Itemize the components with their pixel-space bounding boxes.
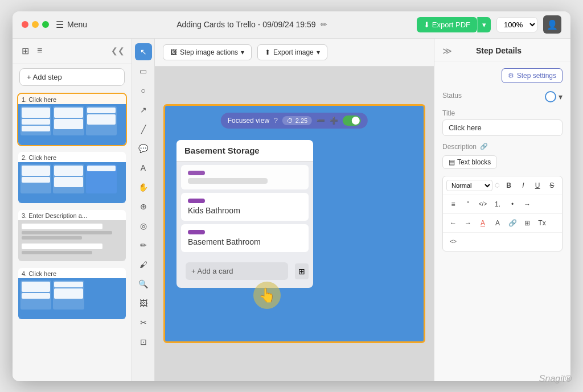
crop-tool-button[interactable]: ⊕	[135, 198, 152, 215]
add-card-template-button[interactable]: ⊞	[295, 263, 309, 279]
step-2-label: 2. Click here	[18, 152, 126, 162]
add-step-button[interactable]: + Add step	[19, 68, 125, 86]
right-panel-collapse-button[interactable]: ≫	[442, 46, 452, 56]
basement-bathroom-label-area	[188, 230, 302, 234]
step-item-1[interactable]: 1. Click here	[17, 93, 127, 146]
step-image-actions-label: Step image actions	[180, 48, 238, 56]
text-blocks-label: Text blocks	[457, 158, 491, 166]
step-settings-button[interactable]: ⚙ Step settings	[502, 68, 563, 83]
collapse-panel-button[interactable]: ❮❮	[111, 46, 125, 55]
scan-tool-button[interactable]: ⊡	[135, 333, 152, 350]
list-view-button[interactable]: ≡	[35, 44, 44, 57]
trello-card-kids-bathroom[interactable]: Kids Bathroom	[181, 193, 309, 221]
export-pdf-button[interactable]: ⬇ Export PDF	[417, 17, 477, 32]
arrow-tool-button[interactable]: ↗	[135, 101, 152, 118]
line-tool-button[interactable]: ╱	[135, 121, 152, 138]
title-input[interactable]	[442, 119, 563, 136]
rectangle-tool-button[interactable]: ▭	[135, 63, 152, 80]
title-bar-center: Adding Cards to Trello - 09/09/24 19:59 …	[94, 20, 410, 29]
export-image-button[interactable]: ⬆ Export image ▾	[257, 44, 327, 60]
menu-button[interactable]: ☰ Menu	[56, 19, 87, 30]
minus-icon[interactable]: ➖	[317, 117, 325, 125]
blockquote-button[interactable]: "	[461, 197, 475, 211]
snagit-watermark: Snagit®	[539, 374, 572, 384]
add-card-button[interactable]: + Add a card	[186, 262, 288, 280]
outdent-button[interactable]: ←	[446, 216, 460, 230]
align-left-button[interactable]: ≡	[446, 197, 460, 211]
indent-more-button[interactable]: →	[520, 197, 534, 211]
main-layout: ⊞ ≡ ❮❮ + Add step 1. Click here	[13, 39, 570, 381]
editor-toolbar-row-4: <>	[443, 233, 562, 251]
strikethrough-button[interactable]: S	[545, 179, 559, 192]
card-1-label-area	[188, 171, 302, 175]
bold-button[interactable]: B	[502, 179, 515, 192]
add-step-label: + Add step	[27, 73, 62, 81]
status-dropdown-button[interactable]: ▾	[559, 92, 563, 101]
minimize-button[interactable]	[32, 21, 39, 28]
export-image-icon: ⬆	[265, 48, 270, 56]
kids-bathroom-label-area	[188, 199, 302, 203]
format-select[interactable]: Normal Heading 1 Heading 2	[446, 180, 492, 191]
hand-tool-button[interactable]: ✋	[135, 179, 152, 196]
step-item-3[interactable]: 3. Enter Description a...	[17, 209, 127, 262]
cut-tool-button[interactable]: ✂	[135, 314, 152, 331]
basement-bathroom-title: Basement Bathroom	[188, 237, 302, 246]
trello-card-blurred-1[interactable]	[181, 165, 309, 189]
code-button[interactable]: </>	[476, 197, 490, 211]
step-item-4[interactable]: 4. Click here	[17, 267, 127, 320]
text-tool-button[interactable]: A	[135, 159, 152, 176]
circle-tool-button[interactable]: ○	[135, 82, 152, 99]
ordered-list-button[interactable]: 1.	[491, 197, 504, 211]
step-4-label: 4. Click here	[18, 268, 126, 278]
maximize-button[interactable]	[42, 21, 49, 28]
select-tool-button[interactable]: ↖	[135, 43, 152, 60]
export-pdf-group: ⬇ Export PDF ▾	[417, 17, 491, 32]
focused-view-badge: Focused view ? ⏱ 2.25 ➖ ➕	[221, 113, 368, 129]
pen-tool-button[interactable]: ✏	[135, 237, 152, 254]
step-item-2[interactable]: 2. Click here	[17, 151, 127, 204]
kids-bathroom-title: Kids Bathroom	[188, 206, 302, 215]
trello-card-basement-bathroom[interactable]: Basement Bathroom	[181, 224, 309, 252]
kids-bathroom-purple-label	[188, 199, 205, 203]
indent-button[interactable]: →	[461, 216, 475, 230]
focused-view-toggle[interactable]	[343, 115, 361, 126]
step-image-actions-button[interactable]: 🖼 Step image actions ▾	[163, 44, 252, 60]
export-pdf-dropdown-button[interactable]: ▾	[477, 17, 491, 32]
step-4-thumbnail	[18, 278, 126, 319]
editor-toolbar-row-1: Normal Heading 1 Heading 2 ⬡ B I U S	[443, 176, 562, 195]
plus-icon[interactable]: ➕	[330, 117, 338, 125]
timer-value: 2.25	[295, 117, 307, 124]
export-icon: ⬇	[424, 20, 430, 29]
close-button[interactable]	[22, 21, 28, 28]
table-button[interactable]: ⊞	[520, 216, 534, 230]
grid-view-button[interactable]: ⊞	[19, 44, 31, 57]
step-3-thumbnail	[18, 220, 126, 261]
right-panel: ≫ Step Details ⚙ Step settings Status ▾	[434, 39, 570, 381]
underline-button[interactable]: U	[531, 179, 544, 192]
zoom-select[interactable]: 100% 75% 50%	[496, 17, 537, 32]
bg-color-button[interactable]: A	[491, 216, 504, 230]
canvas-toolbar: 🖼 Step image actions ▾ ⬆ Export image ▾	[155, 39, 434, 67]
cursor-overlay: 👆	[253, 282, 282, 310]
text-blocks-button[interactable]: ▤ Text blocks	[442, 155, 497, 169]
stamp-tool-button[interactable]: 🖼	[135, 295, 152, 312]
gear-icon: ⚙	[508, 72, 514, 80]
zoom-in-tool-button[interactable]: 🔍	[135, 275, 152, 292]
brush-tool-button[interactable]: 🖌	[135, 256, 152, 273]
callout-tool-button[interactable]: 💬	[135, 140, 152, 157]
link-button[interactable]: 🔗	[506, 216, 519, 230]
embed-button[interactable]: <>	[446, 235, 460, 249]
tools-strip: ↖ ▭ ○ ↗ ╱ 💬 A ✋ ⊕ ◎ ✏ 🖌 🔍 🖼 ✂ ⊡	[132, 39, 155, 381]
user-avatar-button[interactable]: 👤	[543, 15, 561, 34]
blur-tool-button[interactable]: ◎	[135, 217, 152, 234]
clear-format-button[interactable]: Tx	[535, 216, 549, 230]
unordered-list-button[interactable]: •	[506, 197, 519, 211]
status-label: Status	[442, 92, 462, 100]
edit-title-icon[interactable]: ✏	[321, 20, 327, 29]
step-3-label: 3. Enter Description a...	[18, 210, 126, 220]
status-control: ▾	[545, 91, 563, 102]
avatar-icon: 👤	[547, 19, 558, 30]
italic-button[interactable]: I	[516, 179, 529, 192]
font-color-button[interactable]: A	[476, 216, 490, 230]
external-link-icon[interactable]: 🔗	[480, 143, 488, 150]
